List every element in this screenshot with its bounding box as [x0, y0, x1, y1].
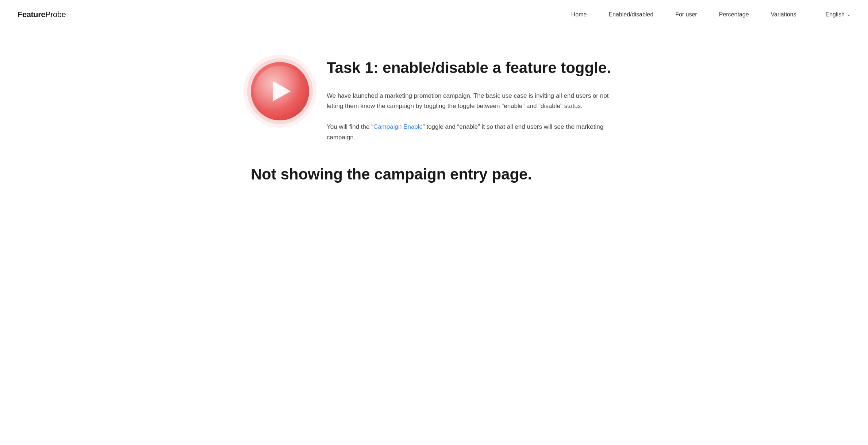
- chevron-down-icon: ⌄: [847, 12, 850, 17]
- nav-item-home[interactable]: Home: [571, 11, 587, 18]
- task-instruction: You will find the “Campaign Enable” togg…: [327, 122, 617, 143]
- status-section: Not showing the campaign entry page.: [251, 165, 617, 184]
- task-description: We have launched a marketing promotion c…: [327, 91, 617, 112]
- task-text: Task 1: enable/disable a feature toggle.…: [327, 58, 617, 143]
- task-title: Task 1: enable/disable a feature toggle.: [327, 58, 617, 78]
- play-icon-wrapper: [251, 62, 309, 120]
- nav-item-for-user[interactable]: For user: [675, 11, 697, 18]
- nav-link-home[interactable]: Home: [571, 11, 587, 18]
- task-section: Task 1: enable/disable a feature toggle.…: [251, 58, 617, 143]
- play-icon: [251, 62, 309, 120]
- nav-links: Home Enabled/disabled For user Percentag…: [571, 11, 796, 18]
- status-title: Not showing the campaign entry page.: [251, 165, 617, 184]
- nav-link-enabled-disabled[interactable]: Enabled/disabled: [608, 11, 653, 18]
- nav-item-percentage[interactable]: Percentage: [719, 11, 749, 18]
- nav-item-enabled-disabled[interactable]: Enabled/disabled: [608, 11, 653, 18]
- language-label: English: [826, 11, 845, 18]
- play-triangle-icon: [273, 81, 291, 101]
- nav-link-percentage[interactable]: Percentage: [719, 11, 749, 18]
- language-selector[interactable]: English ⌄: [826, 11, 850, 18]
- nav-item-variations[interactable]: Variations: [771, 11, 796, 18]
- main-content: Task 1: enable/disable a feature toggle.…: [233, 29, 635, 206]
- campaign-enable-link[interactable]: Campaign Enable: [373, 123, 423, 130]
- logo[interactable]: FeatureProbe: [18, 10, 66, 19]
- nav-link-variations[interactable]: Variations: [771, 11, 796, 18]
- instruction-prefix: You will find the “: [327, 123, 373, 130]
- nav-link-for-user[interactable]: For user: [675, 11, 697, 18]
- navbar: FeatureProbe Home Enabled/disabled For u…: [0, 0, 868, 29]
